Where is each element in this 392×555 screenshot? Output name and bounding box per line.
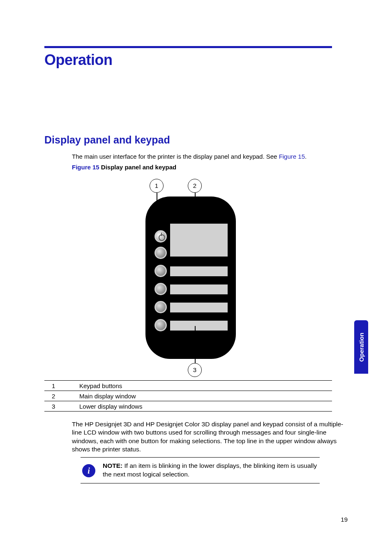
keypad-button — [154, 301, 167, 313]
note-text: NOTE: If an item is blinking in the lowe… — [103, 462, 320, 479]
keypad-button — [154, 319, 167, 331]
legend-row: 3 Lower display windows — [44, 401, 332, 412]
figure-caption: Figure 15 Display panel and keypad — [72, 164, 176, 171]
power-button-icon — [154, 230, 167, 243]
figure-display-panel: 1 2 3 — [145, 179, 236, 380]
note-box: i NOTE: If an item is blinking in the lo… — [81, 457, 320, 483]
figure-title: Display panel and keypad — [101, 164, 176, 171]
legend-text: Main display window — [79, 393, 332, 400]
callout-2: 2 — [188, 179, 202, 193]
side-tab: Operation — [354, 320, 368, 374]
info-icon: i — [82, 464, 95, 477]
callout-1: 1 — [150, 179, 164, 193]
lower-display-window — [170, 303, 228, 312]
callout-3-leader — [195, 326, 196, 363]
top-rule — [44, 46, 332, 48]
note-body: If an item is blinking in the lower disp… — [103, 462, 317, 478]
lower-display-window — [170, 284, 228, 294]
lower-display-window — [170, 266, 228, 276]
note-label: NOTE: — [103, 462, 122, 469]
intro-paragraph: The main user interface for the printer … — [72, 153, 307, 160]
page-number: 19 — [341, 516, 348, 523]
keypad-button — [154, 265, 167, 277]
body-paragraph: The HP Designjet 3D and HP Designjet Col… — [72, 420, 345, 454]
legend-text: Lower display windows — [79, 403, 332, 410]
callout-3: 3 — [188, 363, 202, 377]
legend-row: 1 Keypad buttons — [44, 380, 332, 391]
intro-text-prefix: The main user interface for the printer … — [72, 153, 279, 160]
legend-num: 3 — [44, 403, 79, 410]
legend-num: 1 — [44, 382, 79, 389]
device-body — [145, 197, 236, 359]
legend-text: Keypad buttons — [79, 382, 332, 389]
keypad-button — [154, 247, 167, 259]
section-heading: Display panel and keypad — [44, 134, 170, 146]
figure-legend: 1 Keypad buttons 2 Main display window 3… — [44, 380, 332, 412]
keypad-button — [154, 283, 167, 295]
page-title: Operation — [44, 51, 113, 69]
figure-reference-link[interactable]: Figure 15 — [279, 153, 305, 160]
lower-display-window — [170, 321, 228, 331]
legend-row: 2 Main display window — [44, 391, 332, 401]
intro-text-suffix: . — [305, 153, 307, 160]
main-display-window — [170, 224, 228, 257]
figure-label: Figure 15 — [72, 164, 99, 171]
side-tab-label: Operation — [358, 333, 365, 362]
legend-num: 2 — [44, 393, 79, 400]
